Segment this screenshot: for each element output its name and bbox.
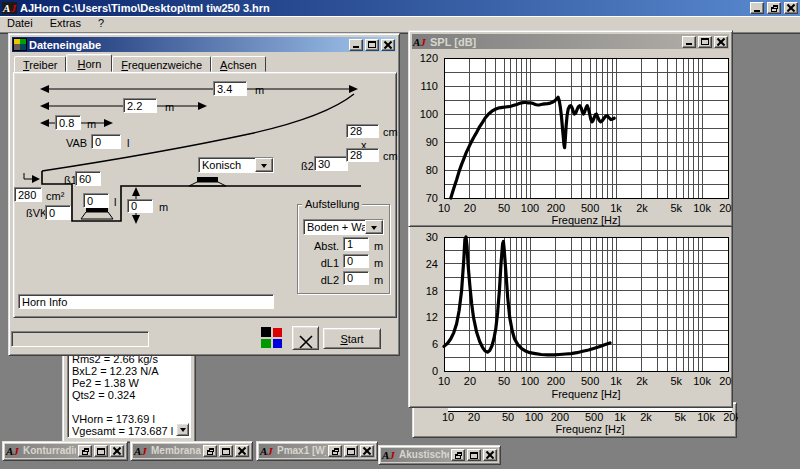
tab-strip: Treiber Horn Frequenzweiche Achsen [14,56,266,73]
color-swatch-1[interactable] [261,327,271,337]
restore-button[interactable] [767,2,781,14]
restore-button[interactable] [78,445,92,457]
svg-text:Frequenz [Hz]: Frequenz [Hz] [551,214,620,226]
svg-text:80: 80 [426,164,438,176]
restore-button[interactable] [203,445,217,457]
tab-horn[interactable]: Horn [66,54,112,72]
close-icon [113,447,121,455]
tab-frequenzweiche[interactable]: Frequenzweiche [112,56,211,72]
svg-text:100: 100 [420,108,438,120]
length-total-field[interactable] [213,81,247,96]
list-item: BxL2 = 12.23 N/A [72,365,190,377]
minimize-button[interactable] [682,36,696,48]
aufstellung-select[interactable]: Boden + Wand [303,219,384,235]
close-button[interactable] [110,445,124,457]
svg-text:1k: 1k [614,411,626,423]
list-item: Qts2 = 0.324 [72,389,190,401]
horn-info-field[interactable] [18,294,274,309]
svg-text:1k: 1k [610,202,622,214]
mouth-height-field[interactable] [346,148,379,162]
distance-field[interactable] [127,199,153,213]
svg-text:500: 500 [585,411,603,423]
svg-text:120: 120 [420,52,438,64]
vab-field[interactable] [91,134,121,149]
maximize-button[interactable] [365,39,379,51]
minimize-icon [353,46,359,48]
close-button[interactable] [784,2,798,14]
svg-text:6: 6 [432,338,438,350]
maximize-button[interactable] [344,445,358,457]
length-small-unit: m [87,118,96,130]
minimized-window-konturradius[interactable]: AJ Konturradiu... [2,441,128,461]
beta2-label: ß2 [301,160,314,172]
maximize-button[interactable] [698,36,712,48]
svg-text:100: 100 [521,375,539,387]
minimized-window-pmax[interactable]: AJ Pmax1 [W] [256,441,378,461]
svg-text:10k: 10k [693,375,711,387]
minimize-icon [686,43,692,45]
close-icon [238,447,246,455]
dropdown-button[interactable] [365,220,383,234]
menu-help[interactable]: ? [91,16,111,31]
bvk-field[interactable] [45,205,71,220]
arrow-down-icon [180,428,186,435]
close-button[interactable] [381,39,395,51]
menu-datei[interactable]: Datei [0,16,40,31]
abst-field[interactable] [343,237,369,251]
beta2-field[interactable] [314,156,348,171]
tab-treiber[interactable]: Treiber [14,56,66,72]
mouth-width-field[interactable] [346,124,379,138]
distance-unit: m [159,201,168,213]
contour-select[interactable]: Konisch [198,157,274,173]
chamber-volume-field[interactable] [83,193,109,208]
dl1-unit: m [374,257,383,269]
aufstellung-legend: Aufstellung [302,199,362,210]
menu-extras[interactable]: Extras [43,16,88,31]
minimize-button[interactable] [349,39,363,51]
maximize-button[interactable] [467,449,481,461]
minimize-button[interactable] [750,2,764,14]
dl2-field[interactable] [343,271,369,285]
svg-text:50: 50 [498,375,510,387]
progress-bar [11,331,149,347]
dl1-field[interactable] [343,254,369,268]
tab-achsen[interactable]: Achsen [211,56,266,72]
close-icon [363,447,371,455]
restore-button[interactable] [451,449,465,461]
length-small-field[interactable] [55,115,81,130]
aufstellung-selected-value: Boden + Wand [304,220,365,234]
svg-text:100: 100 [525,411,543,423]
svg-text:50: 50 [502,411,514,423]
start-button[interactable]: Start [323,328,381,349]
cancel-button[interactable] [292,326,319,350]
results-listbox[interactable]: Rms2 = 2.66 kg/sBxL2 = 12.23 N/APe2 = 1.… [67,351,191,438]
close-button[interactable] [360,445,374,457]
close-x-icon [302,338,310,346]
dropdown-button[interactable] [255,158,273,172]
color-swatch-4[interactable] [273,339,282,348]
ajhorn-icon: AJ [134,445,149,457]
chevron-down-icon [371,226,377,233]
close-button[interactable] [235,445,249,457]
scroll-down-button[interactable] [176,423,189,436]
color-swatch-3[interactable] [261,339,271,348]
maximize-button[interactable] [94,445,108,457]
restore-button[interactable] [328,445,342,457]
restore-icon [82,450,88,455]
maximize-icon [701,38,709,45]
beta1-field[interactable] [75,171,101,186]
svg-text:5k: 5k [674,411,686,423]
minimized-window-akustische[interactable]: AJ Akustische L... [378,445,501,465]
minimized-window-membran[interactable]: AJ Membrana... [130,441,253,461]
close-button[interactable] [483,449,497,461]
throat-area-field[interactable] [14,187,42,202]
close-icon [787,4,795,12]
svg-text:100: 100 [521,202,539,214]
list-item: VHorn = 173.69 l [72,413,190,425]
svg-text:5k: 5k [670,375,682,387]
maximize-button[interactable] [219,445,233,457]
close-button[interactable] [714,36,728,48]
length-mid-field[interactable] [123,98,157,113]
dialog-icon [13,38,27,51]
color-swatch-2[interactable] [273,328,282,337]
